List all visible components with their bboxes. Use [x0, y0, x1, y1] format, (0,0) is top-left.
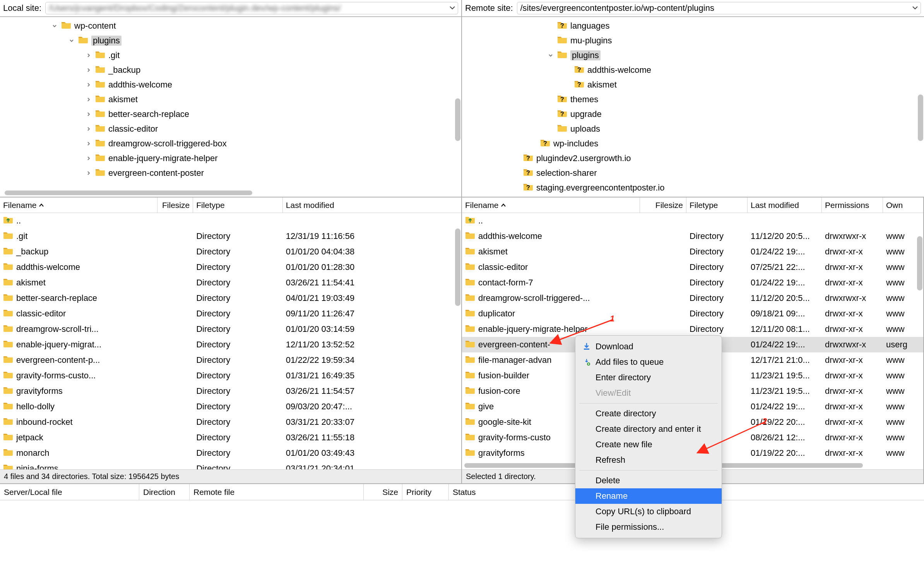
list-row[interactable]: .. [0, 213, 461, 228]
disclosure-icon[interactable] [85, 170, 92, 176]
qcol-status[interactable]: Status [449, 484, 546, 500]
tree-item[interactable]: wp-content [0, 19, 461, 33]
list-row[interactable]: monarchDirectory01/01/20 03:49:43 [0, 445, 461, 461]
list-row[interactable]: _backupDirectory01/01/20 04:04:38 [0, 244, 461, 259]
scrollbar-thumb[interactable] [918, 94, 923, 141]
tree-item[interactable]: classic-editor [0, 122, 461, 136]
col-permissions[interactable]: Permissions [822, 197, 883, 213]
tree-item[interactable]: dreamgrow-scroll-triggered-box [0, 136, 461, 151]
col-owner[interactable]: Own [883, 197, 922, 213]
menu-create-directory[interactable]: Create directory [575, 406, 722, 421]
tree-item[interactable]: ?akismet [462, 77, 924, 92]
list-row[interactable]: duplicatorDirectory09/18/21 09:...drwxr-… [462, 306, 923, 321]
tree-item[interactable]: ?staging.evergreencontentposter.io [462, 180, 924, 195]
qcol-priority[interactable]: Priority [402, 484, 449, 500]
menu-refresh[interactable]: Refresh [575, 452, 722, 468]
local-list-body[interactable]: ...gitDirectory12/31/19 11:16:56_backupD… [0, 213, 461, 469]
tree-item[interactable]: ?upgrade [462, 107, 924, 122]
tree-item[interactable]: plugins [462, 48, 924, 63]
menu-copy-urls[interactable]: Copy URL(s) to clipboard [575, 504, 722, 519]
col-filename[interactable]: Filename [0, 197, 157, 213]
col-filename[interactable]: Filename [462, 197, 640, 213]
tree-item[interactable]: akismet [0, 92, 461, 107]
disclosure-icon[interactable] [85, 112, 92, 117]
list-row[interactable]: akismetDirectory03/26/21 11:54:41 [0, 275, 461, 290]
list-row[interactable]: classic-editorDirectory09/11/20 11:26:47 [0, 306, 461, 321]
tree-item[interactable]: ?wp-includes [462, 136, 924, 151]
list-row[interactable]: .gitDirectory12/31/19 11:16:56 [0, 228, 461, 244]
chevron-down-icon[interactable] [449, 3, 455, 13]
qcol-serverfile[interactable]: Server/Local file [0, 484, 139, 500]
menu-download[interactable]: Download [575, 339, 722, 354]
disclosure-icon[interactable] [85, 141, 92, 146]
menu-enter-directory[interactable]: Enter directory [575, 370, 722, 385]
disclosure-icon[interactable] [547, 53, 554, 58]
disclosure-icon[interactable] [68, 38, 75, 43]
tree-item[interactable]: _backup [0, 63, 461, 77]
list-row[interactable]: enable-jquery-migrate-helperDirectory12/… [462, 321, 923, 337]
qcol-direction[interactable]: Direction [139, 484, 190, 500]
list-row[interactable]: inbound-rocketDirectory03/31/21 20:33:07 [0, 414, 461, 430]
scrollbar-thumb[interactable] [455, 98, 460, 141]
disclosure-icon[interactable] [85, 53, 92, 58]
disclosure-icon[interactable] [85, 156, 92, 161]
tree-item[interactable]: evergreen-content-poster [0, 166, 461, 180]
disclosure-icon[interactable] [85, 97, 92, 102]
remote-path-input[interactable]: /sites/evergreencontentposter.io/wp-cont… [517, 2, 921, 14]
list-row[interactable]: hello-dollyDirectory09/03/20 20:47:... [0, 399, 461, 414]
tree-item[interactable]: mu-plugins [462, 33, 924, 48]
list-row[interactable]: .. [462, 213, 923, 228]
disclosure-icon[interactable] [85, 82, 92, 88]
list-row[interactable]: dreamgrow-scroll-triggered-...Directory1… [462, 290, 923, 306]
file-name: fusion-core [478, 386, 520, 396]
local-tree[interactable]: wp-contentplugins.git_backupaddthis-welc… [0, 17, 461, 182]
local-path-input[interactable]: /Users/jcvangent/Dropbox/Coding/Zerocont… [45, 2, 458, 14]
disclosure-icon[interactable] [85, 126, 92, 132]
menu-create-directory-enter[interactable]: Create directory and enter it [575, 421, 722, 437]
list-row[interactable]: better-search-replaceDirectory04/01/21 1… [0, 290, 461, 306]
menu-create-new-file[interactable]: Create new file [575, 437, 722, 452]
tree-item[interactable]: uploads [462, 122, 924, 136]
list-row[interactable]: addthis-welcomeDirectory11/12/20 20:5...… [462, 228, 923, 244]
tree-item[interactable]: better-search-replace [0, 107, 461, 122]
list-row[interactable]: evergreen-content-p...Directory01/22/22 … [0, 352, 461, 368]
tree-item[interactable]: addthis-welcome [0, 77, 461, 92]
tree-item[interactable]: ?addthis-welcome [462, 63, 924, 77]
tree-item[interactable]: enable-jquery-migrate-helper [0, 151, 461, 166]
disclosure-icon[interactable] [51, 23, 58, 29]
tree-item[interactable]: plugins [0, 33, 461, 48]
tree-item[interactable]: ?selection-sharer [462, 166, 924, 180]
list-row[interactable]: contact-form-7Directory01/24/22 19:...dr… [462, 275, 923, 290]
list-row[interactable]: gravity-forms-custo...Directory01/31/21 … [0, 368, 461, 383]
list-row[interactable]: ninja-formsDirectory03/31/21 20:34:01 [0, 461, 461, 469]
list-row[interactable]: akismetDirectory01/24/22 19:...drwxr-xr-… [462, 244, 923, 259]
list-row[interactable]: enable-jquery-migrat...Directory12/11/20… [0, 337, 461, 352]
horizontal-scrollbar[interactable] [0, 190, 461, 197]
col-last-modified[interactable]: Last modified [748, 197, 822, 213]
list-row[interactable]: dreamgrow-scroll-tri...Directory01/01/20… [0, 321, 461, 337]
scrollbar-thumb[interactable] [455, 228, 460, 306]
col-filesize[interactable]: Filesize [640, 197, 686, 213]
col-last-modified[interactable]: Last modified [283, 197, 461, 213]
disclosure-icon[interactable] [85, 67, 92, 73]
scrollbar-thumb[interactable] [917, 236, 922, 290]
list-row[interactable]: gravityformsDirectory03/26/21 11:54:57 [0, 383, 461, 399]
menu-add-queue[interactable]: Add files to queue [575, 354, 722, 370]
qcol-remotefile[interactable]: Remote file [190, 484, 364, 500]
list-row[interactable]: addthis-welcomeDirectory01/01/20 01:28:3… [0, 259, 461, 275]
list-row[interactable]: classic-editorDirectory07/25/21 22:...dr… [462, 259, 923, 275]
menu-rename[interactable]: Rename [575, 488, 722, 504]
col-filetype[interactable]: Filetype [686, 197, 748, 213]
col-filesize[interactable]: Filesize [157, 197, 193, 213]
chevron-down-icon[interactable] [912, 3, 918, 13]
tree-item[interactable]: ?languages [462, 19, 924, 33]
tree-item[interactable]: ?themes [462, 92, 924, 107]
remote-tree[interactable]: ?languagesmu-pluginsplugins?addthis-welc… [462, 17, 924, 197]
menu-file-permissions[interactable]: File permissions... [575, 519, 722, 535]
list-row[interactable]: jetpackDirectory03/26/21 11:55:18 [0, 430, 461, 445]
col-filetype[interactable]: Filetype [193, 197, 283, 213]
menu-delete[interactable]: Delete [575, 473, 722, 488]
tree-item[interactable]: .git [0, 48, 461, 63]
qcol-size[interactable]: Size [364, 484, 402, 500]
tree-item[interactable]: ?plugindev2.usergrowth.io [462, 151, 924, 166]
